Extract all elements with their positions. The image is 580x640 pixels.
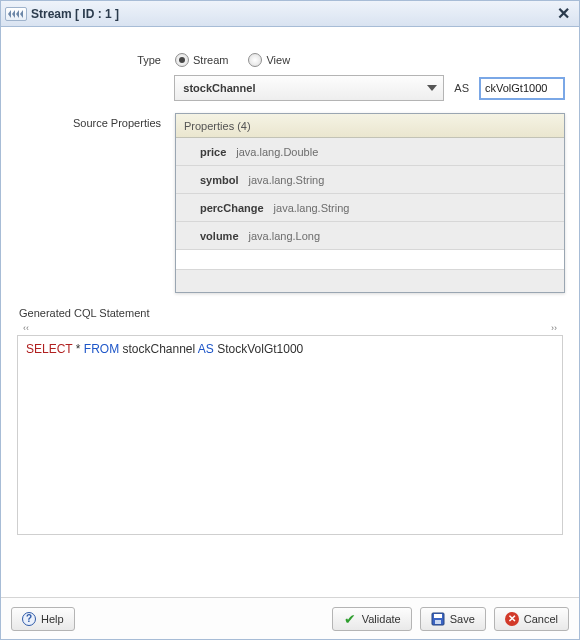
- property-name: symbol: [200, 174, 239, 186]
- help-icon: ?: [22, 612, 36, 626]
- radio-stream-label: Stream: [193, 54, 228, 66]
- alias-input[interactable]: [479, 77, 565, 100]
- cancel-button[interactable]: ✕ Cancel: [494, 607, 569, 631]
- stream-chevrons-icon: [5, 7, 27, 21]
- radio-icon: [248, 53, 262, 67]
- radio-view-label: View: [266, 54, 290, 66]
- cql-textarea[interactable]: SELECT * FROM stockChannel AS StockVolGt…: [17, 335, 563, 535]
- chevron-down-icon: [427, 85, 437, 91]
- window-title: Stream [ ID : 1 ]: [31, 7, 119, 21]
- floppy-icon: [431, 612, 445, 626]
- cancel-icon: ✕: [505, 612, 519, 626]
- properties-table: Properties (4) price java.lang.Double sy…: [175, 113, 565, 293]
- svg-rect-1: [434, 614, 442, 618]
- help-button[interactable]: ? Help: [11, 607, 75, 631]
- property-blank-row: [176, 250, 564, 270]
- property-name: price: [200, 146, 226, 158]
- source-row: stockChannel AS: [15, 75, 565, 101]
- property-row[interactable]: price java.lang.Double: [176, 138, 564, 166]
- source-combobox[interactable]: stockChannel: [174, 75, 444, 101]
- type-row: Type Stream View: [15, 53, 565, 67]
- properties-header: Properties (4): [176, 114, 564, 138]
- svg-rect-2: [435, 620, 441, 624]
- radio-view[interactable]: View: [248, 53, 290, 67]
- cql-keyword-from: FROM: [84, 342, 119, 356]
- cql-star: *: [72, 342, 83, 356]
- cql-table: stockChannel: [119, 342, 198, 356]
- cql-label: Generated CQL Statement: [19, 307, 149, 319]
- property-row[interactable]: percChange java.lang.String: [176, 194, 564, 222]
- validate-button[interactable]: ✔ Validate: [332, 607, 412, 631]
- check-icon: ✔: [343, 612, 357, 626]
- as-label: AS: [454, 82, 469, 94]
- cql-resize-handles: ‹‹››: [17, 323, 563, 335]
- radio-icon: [175, 53, 189, 67]
- property-type: java.lang.Double: [236, 146, 318, 158]
- radio-stream[interactable]: Stream: [175, 53, 228, 67]
- property-row[interactable]: volume java.lang.Long: [176, 222, 564, 250]
- save-button[interactable]: Save: [420, 607, 486, 631]
- cql-section: Generated CQL Statement ‹‹›› SELECT * FR…: [15, 307, 565, 535]
- property-blank-row: [176, 270, 564, 292]
- close-icon: ✕: [557, 4, 570, 23]
- type-label: Type: [15, 54, 175, 66]
- source-properties-label: Source Properties: [15, 113, 175, 129]
- property-type: java.lang.String: [249, 174, 325, 186]
- help-button-label: Help: [41, 613, 64, 625]
- footer: ? Help ✔ Validate Save ✕ Cancel: [1, 597, 579, 639]
- cancel-button-label: Cancel: [524, 613, 558, 625]
- source-properties-row: Source Properties Properties (4) price j…: [15, 113, 565, 293]
- type-radio-group: Stream View: [175, 53, 290, 67]
- property-name: volume: [200, 230, 239, 242]
- property-row[interactable]: symbol java.lang.String: [176, 166, 564, 194]
- source-combobox-value: stockChannel: [183, 82, 255, 94]
- validate-button-label: Validate: [362, 613, 401, 625]
- cql-keyword-select: SELECT: [26, 342, 72, 356]
- cql-keyword-as: AS: [198, 342, 214, 356]
- property-type: java.lang.Long: [249, 230, 321, 242]
- cql-alias: StockVolGt1000: [214, 342, 303, 356]
- titlebar: Stream [ ID : 1 ] ✕: [1, 1, 579, 27]
- property-name: percChange: [200, 202, 264, 214]
- property-type: java.lang.String: [274, 202, 350, 214]
- dialog-content: Type Stream View stockChannel AS: [1, 27, 579, 543]
- close-button[interactable]: ✕: [553, 4, 573, 24]
- save-button-label: Save: [450, 613, 475, 625]
